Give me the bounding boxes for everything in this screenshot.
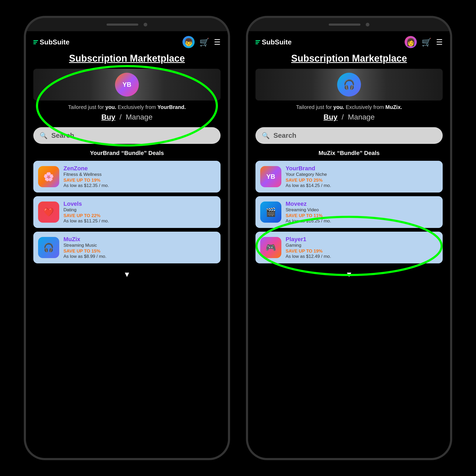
logo-bar-r2 (255, 42, 259, 43)
deal-save-lovels: SAVE UP TO 22% (63, 213, 216, 218)
buy-manage-right: Buy / Manage (255, 113, 443, 121)
deal-card-zenzone[interactable]: 🌸 ZenZone Fitness & Wellness SAVE UP TO … (33, 161, 221, 193)
page-title-left: Subscription Marketplace (33, 53, 221, 64)
search-label-right: Search (273, 131, 296, 140)
logo-bars (33, 40, 38, 44)
menu-icon-left[interactable]: ☰ (214, 38, 221, 47)
menu-icon-right[interactable]: ☰ (436, 38, 443, 47)
deal-info-yourbrand: YourBrand Your Category Niche SAVE UP TO… (286, 165, 438, 188)
buy-link-right[interactable]: Buy (323, 113, 337, 121)
search-bar-right[interactable]: 🔍 Search (255, 127, 443, 144)
cart-icon-right[interactable]: 🛒 (422, 38, 431, 47)
phone-screen-right: SubSuite 👩 🛒 ☰ Subscription Marketplace (248, 31, 450, 458)
cart-symbol-left: 🛒 (199, 38, 209, 47)
logo-bar-r1 (255, 40, 260, 41)
manage-link-right[interactable]: Manage (348, 113, 375, 121)
search-label-left: Search (51, 131, 74, 140)
buy-link-left[interactable]: Buy (101, 113, 115, 121)
deal-price-player1: As low as $12.49 / mo. (286, 254, 438, 259)
down-chevron-right[interactable]: ▼ (255, 267, 443, 281)
tailored-brand-left: YourBrand. (157, 104, 186, 110)
deal-price-moveez: As low as $16.25 / mo. (286, 218, 438, 224)
deals-title-left: YourBrand “Bundle” Deals (33, 150, 221, 157)
deal-icon-muzix: 🎧 (38, 237, 59, 258)
deal-info-zenzone: ZenZone Fitness & Wellness SAVE UP TO 19… (63, 165, 216, 188)
deal-card-player1[interactable]: 🎮 Player1 Gaming SAVE UP TO 19% As low a… (255, 232, 443, 263)
deal-price-zenzone: As low as $12.35 / mo. (63, 183, 216, 188)
deal-card-yourbrand[interactable]: YB YourBrand Your Category Niche SAVE UP… (255, 161, 443, 193)
brand-name-left: SubSuite (40, 38, 70, 46)
slash-left: / (120, 113, 124, 121)
banner-logo-text-right: 🎧 (343, 79, 355, 90)
deal-category-muzix: Streaming Music (63, 243, 216, 248)
phone-notch-right (248, 18, 450, 31)
banner-logo-text-left: YB (122, 81, 131, 88)
search-bar-left[interactable]: 🔍 Search (33, 127, 221, 144)
deal-category-zenzone: Fitness & Wellness (63, 172, 216, 177)
notch-dot-right (366, 23, 369, 26)
notch-bar (107, 24, 138, 26)
cart-symbol-right: 🛒 (422, 38, 431, 47)
tailored-text-right: Tailored just for you. Exclusively from … (255, 104, 443, 110)
tailored-pre-right: Tailored just for (296, 104, 333, 110)
tailored-from-right: Exclusively from (344, 104, 386, 110)
deal-price-lovels: As low as $11.25 / mo. (63, 218, 216, 224)
deal-save-player1: SAVE UP TO 19% (286, 249, 438, 254)
deal-info-muzix: MuZix Streaming Music SAVE UP TO 15% As … (63, 236, 216, 259)
phone-left: SubSuite 👦 🛒 ☰ Subscription Marketplace (24, 16, 230, 460)
logo-bar-r3 (255, 43, 258, 44)
phone-frame-left: SubSuite 👦 🛒 ☰ Subscription Marketplace (24, 16, 230, 460)
deal-icon-symbol-lovels: ❤️ (43, 207, 54, 217)
deal-name-muzix: MuZix (63, 236, 216, 243)
phone-right: SubSuite 👩 🛒 ☰ Subscription Marketplace (246, 16, 452, 460)
deal-icon-symbol-moveez: 🎬 (266, 207, 276, 217)
deal-card-lovels[interactable]: ❤️ Lovels Dating SAVE UP TO 22% As low a… (33, 196, 221, 228)
tailored-pre-left: Tailored just for (68, 104, 105, 110)
deal-name-yourbrand: YourBrand (286, 165, 438, 172)
deal-name-lovels: Lovels (63, 200, 216, 207)
tailored-you-left: you. (106, 104, 116, 110)
logo-bar-1 (33, 40, 38, 41)
phone-notch (26, 18, 228, 31)
avatar-right[interactable]: 👩 (405, 36, 417, 48)
chevron-symbol-right: ▼ (345, 270, 353, 278)
deal-card-moveez[interactable]: 🎬 Moveez Streaming Video SAVE UP TO 11% … (255, 196, 443, 228)
deal-save-yourbrand: SAVE UP TO 25% (286, 178, 438, 183)
deal-info-moveez: Moveez Streaming Video SAVE UP TO 11% As… (286, 200, 438, 224)
phone-screen-left: SubSuite 👦 🛒 ☰ Subscription Marketplace (26, 31, 228, 458)
tailored-brand-right: MuZix. (385, 104, 402, 110)
deal-save-moveez: SAVE UP TO 11% (286, 213, 438, 218)
header-bar-right: SubSuite 👩 🛒 ☰ (248, 31, 450, 53)
banner-logo-left: YB (115, 73, 139, 97)
down-chevron-left[interactable]: ▼ (33, 267, 221, 281)
manage-link-left[interactable]: Manage (126, 113, 153, 121)
notch-dot (144, 23, 147, 26)
page-content-left: Subscription Marketplace YB Tailored jus… (26, 53, 228, 458)
page-content-right: Subscription Marketplace 🎧 Tailored just… (248, 53, 450, 458)
deal-price-yourbrand: As low as $14.25 / mo. (286, 183, 438, 188)
deal-category-yourbrand: Your Category Niche (286, 172, 438, 177)
deal-icon-zenzone: 🌸 (38, 166, 59, 187)
tailored-from-left: Exclusively from (116, 104, 158, 110)
deal-card-muzix[interactable]: 🎧 MuZix Streaming Music SAVE UP TO 15% A… (33, 232, 221, 263)
header-icons-right: 👩 🛒 ☰ (405, 36, 443, 48)
deal-icon-symbol-player1: 🎮 (266, 242, 276, 253)
notch-bar-right (329, 24, 360, 26)
deal-info-player1: Player1 Gaming SAVE UP TO 19% As low as … (286, 236, 438, 259)
banner-right: 🎧 (255, 69, 443, 100)
deal-category-moveez: Streaming Video (286, 207, 438, 213)
deal-name-moveez: Moveez (286, 200, 438, 207)
brand-logo-right: SubSuite (255, 38, 292, 46)
deal-icon-symbol-yourbrand: YB (266, 173, 275, 180)
menu-symbol-right: ☰ (436, 38, 443, 46)
search-icon-right: 🔍 (262, 132, 270, 139)
deal-name-zenzone: ZenZone (63, 165, 216, 172)
brand-logo-left: SubSuite (33, 38, 70, 46)
cart-icon-left[interactable]: 🛒 (199, 38, 209, 47)
deal-price-muzix: As low as $8.99 / mo. (63, 254, 216, 259)
deal-save-muzix: SAVE UP TO 15% (63, 249, 216, 254)
deal-icon-symbol-muzix: 🎧 (43, 242, 54, 253)
slash-right: / (342, 113, 346, 121)
buy-manage-left: Buy / Manage (33, 113, 221, 121)
avatar-left[interactable]: 👦 (182, 36, 195, 48)
